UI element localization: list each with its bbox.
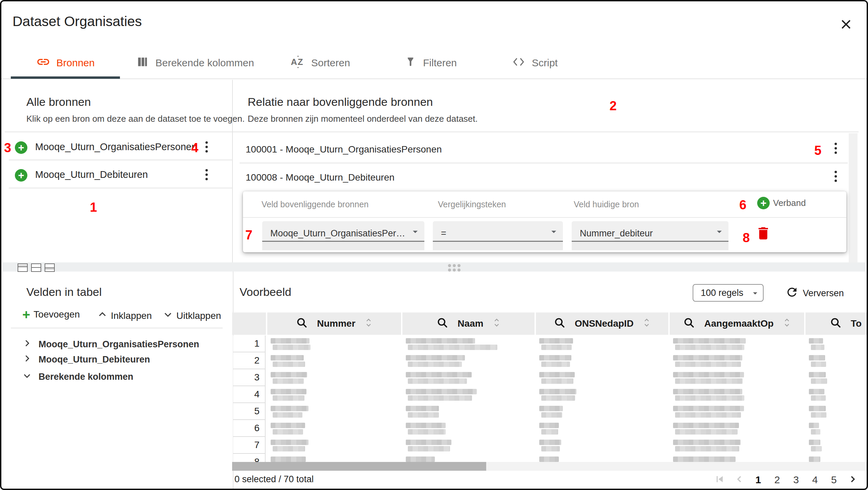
header-cell-aangemaaktop[interactable]: AangemaaktOp [670,312,804,335]
dataset-dialog: Dataset Organisaties Bronnen Berekende k… [0,0,868,490]
annotation-8: 8 [743,231,750,244]
relations-scrollbar[interactable] [849,133,858,262]
search-icon[interactable] [830,317,841,331]
column-label: AangemaaktOp [704,318,773,329]
header-cell-nummer[interactable]: Nummer [267,312,401,335]
search-icon[interactable] [437,317,448,331]
add-source-button[interactable]: + [15,141,27,154]
redacted-cell [811,429,820,435]
redacted-cell [408,345,497,350]
tab-label: Sorteren [311,57,350,69]
last-page-icon[interactable] [866,473,868,487]
annotation-4: 4 [191,141,198,154]
sort-alpha-icon: A Z [290,54,305,72]
first-page-icon[interactable] [714,473,726,487]
source-item[interactable]: Mooqe_Uturn_OrganisatiesPersonen [35,141,197,153]
source-item-menu-icon[interactable] [205,169,208,180]
add-relation-button[interactable]: + Verband [757,197,806,209]
source-item[interactable]: Mooqe_Uturn_Debiteuren [35,169,148,180]
tab-filteren[interactable]: Filteren [404,48,457,78]
page-number[interactable]: 1 [753,474,764,486]
delete-relation-button[interactable] [755,225,771,243]
redacted-cell [539,355,571,360]
redacted-cell [673,406,744,411]
redacted-cell [408,378,467,384]
tree-item-organisatiespersonen[interactable]: Mooqe_Uturn_OrganisatiesPersonen [22,337,199,351]
redacted-cell [541,345,572,350]
field-current-label: Veld huidige bron [574,200,639,209]
layout-top-icon[interactable] [18,263,28,272]
row-number: 6 [233,420,266,437]
tab-label: Bronnen [56,57,95,69]
splitter-drag-handle[interactable] [448,264,461,272]
select-value: = [441,226,446,241]
annotation-7: 7 [245,229,252,241]
redacted-cell [406,372,472,377]
relation-row-menu-icon[interactable] [834,143,837,154]
layout-bottom-icon[interactable] [45,263,55,272]
relation-row[interactable]: 100008 - Mooqe_Uturn_Debiteuren [246,172,395,183]
redacted-cell [539,406,563,411]
page-size-select[interactable]: 100 regels [693,284,764,302]
redacted-cell [541,429,558,435]
redacted-cell [271,423,305,428]
field-parent-select[interactable]: Mooqe_Uturn_OrganisatiesPersonen … [262,221,424,250]
redacted-cell [539,423,559,428]
page-number[interactable]: 5 [828,474,839,486]
tab-script[interactable]: Script [512,48,558,78]
tree-item-berekende-kolommen[interactable]: Berekende kolommen [22,370,133,384]
operator-select[interactable]: = [433,221,563,250]
relation-row-menu-icon[interactable] [834,171,837,182]
next-page-icon[interactable] [847,474,858,486]
page-number[interactable]: 4 [810,474,820,486]
redacted-cell [539,338,573,344]
add-source-button[interactable]: + [15,169,27,182]
row-number: 7 [233,437,266,454]
prev-page-icon[interactable] [734,474,745,486]
sort-icon[interactable] [493,317,500,331]
header-cell-onsnedapid[interactable]: ONSNedapID [536,312,668,335]
row-number: 8 [233,454,266,462]
expand-all-button[interactable]: Uitklappen [163,308,221,324]
page-number[interactable]: 3 [791,474,801,486]
search-icon[interactable] [296,317,307,331]
tab-bronnen[interactable]: Bronnen [11,48,120,78]
redacted-cell [811,378,827,384]
redacted-cell [271,457,306,462]
annotation-1: 1 [90,201,97,214]
collapse-all-button[interactable]: Inklappen [97,308,152,324]
redacted-cell [406,423,446,428]
row-number: 3 [233,369,266,386]
field-current-select[interactable]: Nummer_debiteur [572,221,728,250]
svg-text:Z: Z [298,57,303,67]
sort-icon[interactable] [365,317,372,331]
redacted-cell [675,345,744,350]
tree-item-debiteuren[interactable]: Mooqe_Uturn_Debiteuren [22,353,150,367]
close-icon[interactable] [839,18,853,32]
tab-sorteren[interactable]: A Z Sorteren [290,48,350,78]
add-field-button[interactable]: + Toevoegen [22,308,80,321]
preview-title: Voorbeeld [240,285,291,299]
layout-split-icon[interactable] [31,263,41,272]
panel-splitter[interactable] [3,262,865,272]
sort-icon[interactable] [643,317,650,331]
redacted-cell [273,378,304,384]
redacted-cell [673,457,736,462]
source-item-menu-icon[interactable] [205,141,208,153]
tab-berekende-kolommen[interactable]: Berekende kolommen [137,48,254,78]
operator-label: Vergelijkingsteken [438,200,506,209]
redacted-cell [408,446,450,451]
horizontal-scrollbar[interactable] [232,462,867,471]
select-value: Mooqe_Uturn_OrganisatiesPersonen … [270,226,405,241]
search-icon[interactable] [683,317,695,331]
divider [9,188,232,188]
sort-icon[interactable] [783,317,791,331]
refresh-button[interactable]: Verversen [785,285,844,301]
horizontal-scrollbar-thumb[interactable] [232,462,486,471]
header-cell-truncated[interactable]: To [805,312,867,335]
search-icon[interactable] [554,317,565,331]
row-number: 1 [233,335,266,352]
page-number[interactable]: 2 [772,474,783,486]
header-cell-naam[interactable]: Naam [402,312,535,335]
relation-row[interactable]: 100001 - Mooqe_Uturn_OrganisatiesPersone… [246,144,442,155]
